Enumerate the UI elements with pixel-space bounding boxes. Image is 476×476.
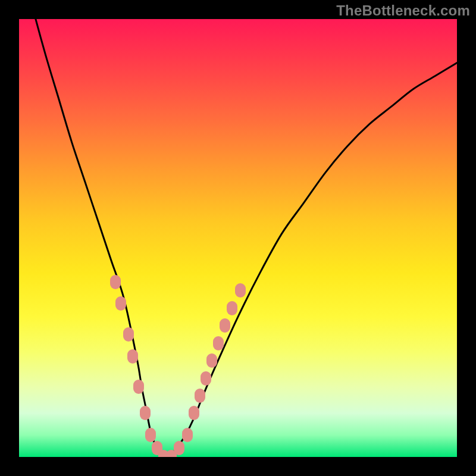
data-marker bbox=[201, 371, 211, 386]
data-marker bbox=[189, 406, 199, 420]
data-marker bbox=[140, 406, 151, 420]
data-marker bbox=[220, 318, 230, 333]
data-marker bbox=[213, 336, 224, 350]
data-marker bbox=[174, 441, 184, 455]
data-marker bbox=[145, 428, 156, 442]
data-marker bbox=[127, 349, 138, 364]
data-marker bbox=[206, 353, 217, 368]
data-marker bbox=[115, 296, 126, 311]
data-marker bbox=[123, 327, 134, 342]
data-marker bbox=[133, 380, 144, 394]
data-marker bbox=[195, 389, 205, 403]
data-marker bbox=[235, 283, 246, 298]
outer-frame: TheBottleneck.com bbox=[0, 0, 476, 476]
data-marker bbox=[182, 428, 193, 442]
data-marker bbox=[227, 301, 237, 315]
plot-area bbox=[19, 19, 457, 457]
data-marker bbox=[110, 275, 121, 289]
attribution-text: TheBottleneck.com bbox=[336, 2, 470, 19]
marker-layer bbox=[19, 19, 457, 457]
